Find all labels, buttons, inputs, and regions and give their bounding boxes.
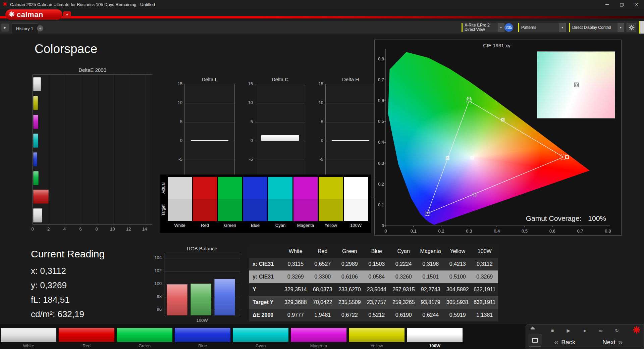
- pattern-label: 100W: [407, 343, 463, 348]
- row-label: x: CIE31: [249, 258, 282, 270]
- eject-icon: [530, 327, 535, 329]
- cie-overlay: [375, 40, 622, 236]
- calman-menu-arrow[interactable]: ▼: [63, 11, 71, 18]
- next-button[interactable]: Next »: [602, 337, 623, 347]
- gridline: [81, 75, 81, 224]
- pattern-button-red[interactable]: Red: [59, 328, 114, 348]
- pattern-label: White: [1, 343, 56, 348]
- swatch-target: [218, 199, 242, 221]
- table-cell: 0,3269: [282, 270, 309, 283]
- close-button[interactable]: ×: [629, 0, 644, 9]
- rgb-plot: [164, 253, 240, 316]
- restore-button[interactable]: [614, 0, 629, 9]
- pattern-label: Green: [117, 343, 172, 348]
- y-tick-label: 5: [244, 119, 253, 124]
- deltae-plot: [33, 74, 152, 225]
- y-tick-label: 15: [244, 81, 253, 86]
- pattern-window-button[interactable]: [529, 334, 541, 347]
- pattern-button-100w[interactable]: 100W: [407, 328, 463, 348]
- pattern-button-white[interactable]: White: [1, 328, 56, 348]
- table-cell: 235,5509: [336, 296, 363, 309]
- gamut-coverage-label: Gamut Coverage:: [526, 214, 582, 222]
- table-header-cell: Magenta: [417, 245, 444, 258]
- tab-history-1[interactable]: History 1: [11, 23, 38, 34]
- pattern-label: Blue: [175, 343, 230, 348]
- pattern-button-yellow[interactable]: Yellow: [349, 328, 405, 348]
- y-tick-label: 96: [152, 307, 162, 312]
- gridline: [129, 75, 129, 224]
- gamut-coverage-value: 100%: [588, 214, 606, 222]
- link-button[interactable]: ∞: [596, 327, 605, 335]
- x-tick-label: 10: [108, 227, 118, 232]
- table-cell: 0,3112: [471, 258, 498, 270]
- record-button[interactable]: ●: [580, 327, 589, 335]
- table-cell: 0,6527: [309, 258, 336, 270]
- pattern-swatch: [349, 328, 405, 342]
- y-tick-label: 5: [314, 119, 323, 124]
- swatch-target: [193, 199, 217, 221]
- play-button[interactable]: ▶: [564, 327, 573, 335]
- y-tick-label: -5: [314, 157, 323, 162]
- panel-expander[interactable]: [639, 21, 644, 34]
- table-cell: 0,3115: [282, 258, 309, 270]
- minimize-icon: [605, 4, 609, 5]
- table-cell: 93,8179: [417, 296, 444, 309]
- back-button[interactable]: « Back: [554, 337, 576, 347]
- y-tick-label: 104: [152, 255, 162, 260]
- swatch-green: Green: [218, 177, 242, 230]
- table-cell: 257,9315: [390, 283, 417, 296]
- table-cell: 0,3269: [471, 270, 498, 283]
- table-row: x: CIE310,31150,65270,29890,15030,22240,…: [249, 258, 498, 270]
- pattern-swatch: [233, 328, 288, 342]
- gridline: [164, 271, 240, 271]
- gear-icon: [629, 24, 635, 31]
- measurement-marker-circle: [502, 118, 504, 120]
- gridline: [49, 75, 49, 224]
- table-cell: 0,2989: [336, 258, 363, 270]
- gridline: [255, 122, 305, 122]
- table-cell: 233,6270: [336, 283, 363, 296]
- calman-menu-button[interactable]: calman: [5, 9, 62, 20]
- swatch-blue: Blue: [243, 177, 267, 230]
- row-label: y: CIE31: [249, 270, 282, 283]
- pattern-button-magenta[interactable]: Magenta: [291, 328, 346, 348]
- pattern-swatch: [407, 328, 463, 342]
- y-tick-label: 0: [244, 138, 253, 143]
- pattern-swatch: [175, 328, 230, 342]
- settings-button[interactable]: [627, 23, 636, 32]
- pattern-button-blue[interactable]: Blue: [175, 328, 230, 348]
- table-cell: 0,5212: [363, 309, 390, 321]
- pattern-swatch: [59, 328, 114, 342]
- table-cell: 68,0373: [309, 283, 336, 296]
- chart-title: Delta C: [255, 77, 305, 82]
- gridline: [255, 160, 305, 160]
- table-cell: 329,3514: [282, 283, 309, 296]
- table-cell: 632,1911: [471, 296, 498, 309]
- history-nav-button[interactable]: ▶: [1, 23, 9, 32]
- record-icon: ●: [583, 328, 586, 333]
- refresh-button[interactable]: ↻: [612, 327, 621, 335]
- meter-dropdown[interactable]: X-Rite i1Pro 2 Direct View ▼: [462, 23, 504, 32]
- pattern-label: Magenta: [291, 343, 346, 348]
- minimize-button[interactable]: [600, 0, 614, 9]
- add-tab-button[interactable]: +: [37, 25, 43, 32]
- calman-logo-icon: [9, 11, 15, 18]
- eject-button[interactable]: [530, 327, 535, 330]
- reading-fl: fL: 184,51: [31, 293, 105, 307]
- measurement-table: WhiteRedGreenBlueCyanMagentaYellow100Wx:…: [249, 245, 498, 321]
- table-cell: 23,5044: [363, 283, 390, 296]
- pattern-label: Cyan: [233, 343, 288, 348]
- stop-button[interactable]: ■: [548, 327, 557, 335]
- display-control-dropdown[interactable]: Direct Display Control ▼: [569, 23, 624, 32]
- actual-row-label: Actual: [160, 177, 167, 199]
- table-header-cell: Yellow: [444, 245, 471, 258]
- deltae-bar-white: [33, 77, 41, 91]
- table-cell: 0,5100: [444, 270, 471, 283]
- measurement-marker-circle: [471, 157, 473, 159]
- patterns-dropdown[interactable]: Patterns ▼: [518, 23, 566, 32]
- pattern-button-cyan[interactable]: Cyan: [233, 328, 288, 348]
- pattern-button-green[interactable]: Green: [117, 328, 172, 348]
- swatch-label: Red: [193, 221, 217, 230]
- meter-count-badge[interactable]: 235: [504, 23, 513, 32]
- table-cell: 23,7757: [363, 296, 390, 309]
